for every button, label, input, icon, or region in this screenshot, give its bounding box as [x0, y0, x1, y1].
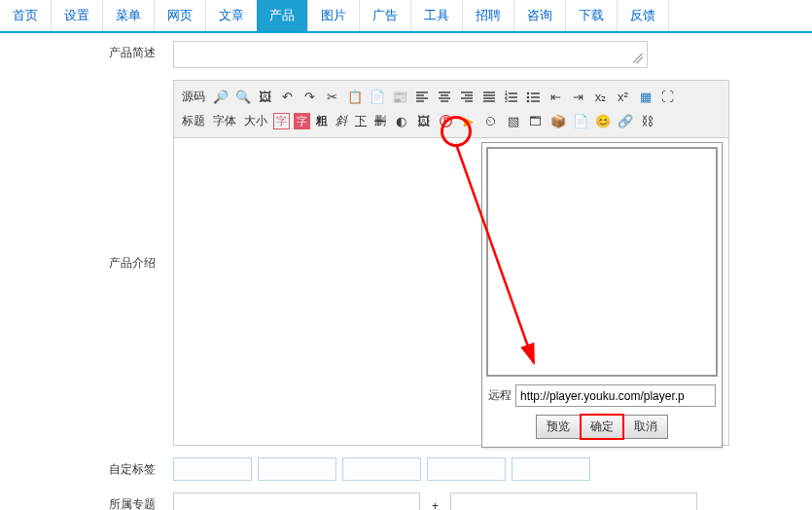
redo-icon[interactable]: ↷	[300, 88, 319, 106]
remote-label: 远程	[488, 387, 512, 404]
tag-input-4[interactable]	[427, 457, 506, 481]
svg-point-5	[526, 99, 529, 102]
heading-select[interactable]: 标题	[180, 113, 207, 129]
zoom-in-icon[interactable]: 🔎	[211, 88, 229, 106]
source-button[interactable]: 源码	[180, 89, 207, 105]
subscript-icon[interactable]: x₂	[591, 88, 610, 106]
tab-product[interactable]: 产品	[257, 0, 308, 31]
tab-web[interactable]: 网页	[155, 0, 206, 31]
tab-article[interactable]: 文章	[206, 0, 257, 31]
cancel-button[interactable]: 取消	[623, 415, 668, 439]
shortdesc-input[interactable]	[173, 41, 648, 68]
flash-preview-area	[486, 147, 718, 377]
zoom-icon[interactable]: 🔍	[233, 88, 252, 106]
top-tabs: 首页 设置 菜单 网页 文章 产品 图片 广告 工具 招聘 咨询 下载 反馈	[0, 0, 812, 33]
paste-word-icon[interactable]: 📰	[390, 88, 408, 106]
unlink-icon[interactable]: ⛓	[638, 112, 656, 130]
tab-home[interactable]: 首页	[0, 0, 52, 31]
font-select[interactable]: 字体	[211, 113, 238, 129]
table-icon[interactable]: ▦	[636, 88, 654, 106]
strike-button[interactable]: 删	[372, 113, 388, 129]
insert-pic-icon[interactable]: 🖼	[414, 112, 433, 130]
order-list-icon[interactable]: 123	[502, 88, 520, 106]
tab-image[interactable]: 图片	[308, 0, 360, 31]
bold-button[interactable]: 粗	[314, 113, 330, 129]
outdent-icon[interactable]: ⇤	[547, 88, 565, 106]
erase-icon[interactable]: ◐	[392, 112, 410, 130]
preview-button[interactable]: 预览	[536, 415, 581, 439]
topic-box-1[interactable]	[173, 492, 420, 510]
svg-text:3: 3	[505, 97, 508, 103]
topic-label: 所属专题	[39, 492, 173, 510]
tab-download[interactable]: 下载	[566, 0, 618, 31]
topic-box-2[interactable]	[450, 492, 697, 510]
emoji-icon[interactable]: 😊	[593, 112, 612, 130]
window-icon[interactable]: 🗔	[526, 112, 545, 130]
tab-settings[interactable]: 设置	[52, 0, 103, 31]
tab-hire[interactable]: 招聘	[463, 0, 514, 31]
paste-icon[interactable]: 📄	[368, 88, 386, 106]
select-icon[interactable]: ▧	[504, 112, 522, 130]
shortdesc-label: 产品简述	[39, 41, 173, 68]
justify-left-icon[interactable]	[412, 88, 431, 106]
tab-menu[interactable]: 菜单	[103, 0, 155, 31]
backcolor-icon[interactable]: 字	[294, 113, 310, 129]
tab-feedback[interactable]: 反馈	[618, 0, 669, 31]
tag-input-3[interactable]	[342, 457, 421, 481]
copy-icon[interactable]: 📋	[345, 88, 364, 106]
unorder-list-icon[interactable]	[524, 88, 543, 106]
tab-ad[interactable]: 广告	[360, 0, 411, 31]
intro-label: 产品介绍	[39, 80, 173, 446]
forecolor-icon[interactable]: 字	[273, 113, 290, 129]
tag-input-2[interactable]	[258, 457, 336, 481]
underline-button[interactable]: 下	[353, 113, 369, 129]
tab-consult[interactable]: 咨询	[514, 0, 566, 31]
svg-point-3	[526, 91, 529, 94]
time-icon[interactable]: ⏲	[481, 112, 500, 130]
justify-right-icon[interactable]	[457, 88, 476, 106]
tag-input-1[interactable]	[173, 457, 252, 481]
size-select[interactable]: 大小	[242, 113, 269, 129]
svg-point-4	[526, 95, 529, 98]
link-icon[interactable]: 🔗	[616, 112, 634, 130]
image-icon[interactable]: 🖼	[256, 88, 274, 106]
tags-label: 自定标签	[39, 457, 173, 481]
superscript-icon[interactable]: x²	[614, 88, 632, 106]
fullscreen-icon[interactable]: ⛶	[658, 88, 677, 106]
undo-icon[interactable]: ↶	[278, 88, 297, 106]
ok-button[interactable]: 确定	[581, 415, 623, 439]
italic-button[interactable]: 斜	[334, 113, 349, 129]
editor-canvas[interactable]: 远程 预览 确定 取消	[174, 138, 728, 445]
page-icon[interactable]: 📄	[571, 112, 589, 130]
tag-input-5[interactable]	[512, 457, 590, 481]
indent-icon[interactable]: ⇥	[569, 88, 587, 106]
tab-tool[interactable]: 工具	[411, 0, 463, 31]
annotation-circle	[441, 116, 472, 147]
flash-popup: 远程 预览 确定 取消	[481, 142, 723, 448]
remote-url-input[interactable]	[515, 384, 716, 407]
component-icon[interactable]: 📦	[548, 112, 567, 130]
justify-center-icon[interactable]	[435, 88, 453, 106]
cut-icon[interactable]: ✂	[323, 88, 341, 106]
justify-full-icon[interactable]	[479, 88, 498, 106]
